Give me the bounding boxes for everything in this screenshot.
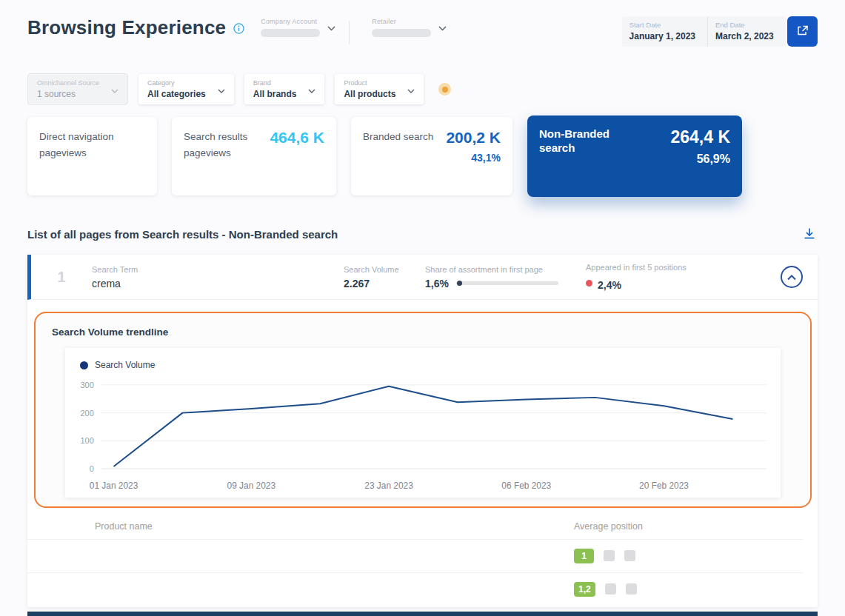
- metric-value: 264,4 K: [670, 127, 730, 147]
- position-badge: 1: [574, 549, 594, 563]
- info-icon[interactable]: [233, 23, 244, 37]
- share-value: 1,6%: [425, 278, 449, 289]
- svg-text:300: 300: [81, 381, 94, 389]
- company-account-select[interactable]: Company Account: [261, 18, 335, 37]
- product-row[interactable]: 1,2: [27, 572, 803, 606]
- filter-value: All brands: [253, 89, 297, 99]
- product-table-header: Product name Average position: [27, 512, 803, 539]
- legend-dot-icon: [80, 361, 88, 369]
- header-divider: [349, 21, 350, 44]
- share-label: Share of assortment in first page: [425, 265, 586, 274]
- filter-value: All categories: [147, 89, 206, 99]
- metric-value: 464,6 K: [270, 129, 324, 147]
- appeared-value: 2,4%: [598, 279, 621, 291]
- filter-label: Category: [147, 79, 206, 87]
- end-date-field[interactable]: End Date March 2, 2023: [707, 16, 786, 47]
- date-range: Start Date January 1, 2023 End Date Marc…: [622, 16, 818, 47]
- metric-label: Non-Branded search: [539, 127, 622, 185]
- filter-value: 1 sources: [37, 89, 99, 99]
- metric-card-search-results[interactable]: Search results pageviews 464,6 K: [172, 117, 336, 195]
- retailer-select[interactable]: Retailer: [372, 18, 447, 37]
- start-date-field[interactable]: Start Date January 1, 2023: [622, 16, 707, 47]
- metric-label: Search results pageviews: [184, 129, 261, 184]
- bottom-bar: [27, 612, 818, 616]
- search-term-value: crema: [92, 278, 344, 289]
- collapse-button[interactable]: [781, 266, 803, 288]
- external-link-icon: [796, 24, 809, 39]
- chart-legend: Search Volume: [68, 357, 778, 375]
- status-dot-icon: [586, 280, 592, 287]
- legend-label: Search Volume: [95, 360, 155, 370]
- download-button[interactable]: [801, 225, 818, 244]
- column-product-name: Product name: [95, 521, 574, 532]
- company-account-label: Company Account: [261, 18, 320, 25]
- position-empty-slot: [604, 550, 615, 561]
- start-date-value: January 1, 2023: [629, 31, 695, 41]
- filter-category[interactable]: Category All categories: [138, 74, 234, 104]
- svg-text:06 Feb 2023: 06 Feb 2023: [501, 481, 551, 491]
- metrics-row: Direct navigation pageviews Search resul…: [27, 117, 818, 197]
- company-account-redacted-value: [261, 29, 320, 37]
- svg-text:23 Jan 2023: 23 Jan 2023: [364, 481, 413, 491]
- search-volume-label: Search Volume: [344, 265, 425, 274]
- date-box: Start Date January 1, 2023 End Date Marc…: [622, 16, 786, 47]
- share-progress-bar: [456, 281, 558, 285]
- export-button[interactable]: [787, 16, 818, 47]
- section-header: List of all pages from Search results - …: [27, 225, 818, 244]
- metric-card-direct-navigation[interactable]: Direct navigation pageviews: [27, 117, 157, 195]
- metric-value: 200,2 K: [446, 129, 501, 147]
- chevron-down-icon: [111, 83, 118, 96]
- chevron-down-icon: [308, 83, 315, 96]
- trendline-chart-card: Search Volume 010020030001 Jan 202309 Ja…: [65, 348, 781, 498]
- trendline-title: Search Volume trendline: [52, 327, 794, 338]
- end-date-label: End Date: [715, 21, 774, 29]
- metric-card-branded-search[interactable]: Branded search 200,2 K 43,1%: [351, 117, 512, 195]
- position-empty-slot: [605, 583, 616, 595]
- retailer-redacted-value: [372, 29, 431, 37]
- svg-text:200: 200: [81, 409, 94, 418]
- download-icon: [803, 231, 816, 242]
- appeared-label: Appeared in first 5 positions: [586, 263, 781, 272]
- chevron-up-icon: [787, 272, 796, 283]
- metric-label: Direct navigation pageviews: [39, 129, 117, 184]
- product-row[interactable]: 1: [27, 539, 803, 572]
- trendline-chart-svg[interactable]: 010020030001 Jan 202309 Jan 202323 Jan 2…: [68, 375, 778, 496]
- position-empty-slot: [624, 550, 635, 561]
- filters-row: Omnichannel Source 1 sources Category Al…: [27, 73, 818, 105]
- filter-label: Brand: [253, 79, 297, 87]
- tour-beacon-icon[interactable]: [438, 83, 451, 96]
- search-term-row-card: 1 Search Term crema Search Volume 2.267 …: [27, 255, 818, 607]
- svg-text:100: 100: [81, 436, 94, 445]
- row-rank: 1: [31, 269, 92, 286]
- column-average-position: Average position: [574, 521, 643, 532]
- retailer-label: Retailer: [372, 18, 431, 25]
- svg-text:20 Feb 2023: 20 Feb 2023: [639, 481, 689, 491]
- metric-label: Branded search: [363, 129, 433, 184]
- position-badge: 1,2: [574, 582, 595, 597]
- search-term-label: Search Term: [92, 265, 344, 274]
- start-date-label: Start Date: [629, 21, 695, 29]
- product-table: Product name Average position 1 1,2: [27, 508, 818, 607]
- filter-brand[interactable]: Brand All brands: [244, 74, 325, 104]
- top-bar: Browsing Experience Company Account Reta…: [27, 16, 818, 47]
- metric-card-non-branded-search[interactable]: Non-Branded search 264,4 K 56,9%: [527, 116, 742, 197]
- filter-product[interactable]: Product All products: [335, 74, 424, 104]
- filter-label: Omnichannel Source: [37, 79, 99, 87]
- trendline-highlight-box: Search Volume trendline Search Volume 01…: [34, 312, 812, 508]
- end-date-value: March 2, 2023: [715, 31, 774, 41]
- svg-text:01 Jan 2023: 01 Jan 2023: [90, 481, 138, 491]
- filter-value: All products: [344, 89, 395, 99]
- chevron-down-icon: [407, 83, 415, 96]
- filter-omnichannel-source[interactable]: Omnichannel Source 1 sources: [27, 73, 128, 105]
- metric-percent: 43,1%: [446, 152, 501, 164]
- svg-text:0: 0: [90, 464, 94, 473]
- search-volume-value: 2.267: [344, 278, 425, 289]
- search-term-row-header[interactable]: 1 Search Term crema Search Volume 2.267 …: [27, 255, 818, 300]
- position-empty-slot: [626, 583, 637, 595]
- chevron-down-icon: [218, 83, 225, 96]
- page-title: Browsing Experience: [27, 16, 226, 39]
- chevron-down-icon: [438, 21, 447, 34]
- filter-label: Product: [344, 79, 395, 87]
- metric-percent: 56,9%: [670, 153, 730, 166]
- svg-text:09 Jan 2023: 09 Jan 2023: [227, 481, 276, 491]
